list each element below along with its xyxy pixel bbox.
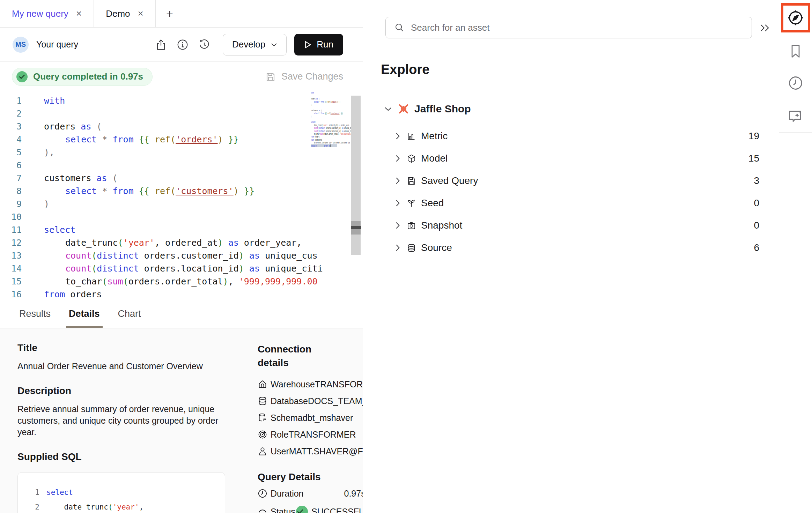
tree-count: 6 (754, 242, 759, 253)
connection-item-user: UserMATT.SHAVER@FI (258, 443, 363, 460)
asset-search-box[interactable] (385, 17, 752, 38)
status-row: Status SUCCESSFUL (258, 503, 363, 513)
search-input[interactable] (411, 22, 718, 33)
user-icon (258, 446, 267, 456)
tree-label: Source (421, 242, 452, 253)
connection-list: WarehouseTRANSFORMERDatabaseDOCS_TEAM_Sc… (258, 376, 363, 460)
chevron-right-icon[interactable] (395, 177, 400, 185)
supplied-sql-heading: Supplied SQL (17, 451, 234, 462)
query-status-pill: Query completed in 0.97s (12, 68, 153, 86)
results-tab-details[interactable]: Details (66, 301, 103, 328)
explore-panel: Explore Jaffle Shop Metric19Model15Saved… (363, 0, 779, 513)
code-line: 14count(distinct orders.location_id) as … (0, 262, 363, 275)
chevrons-right-icon (759, 23, 771, 33)
tab-label: Demo (106, 8, 130, 19)
chevron-right-icon[interactable] (395, 244, 400, 252)
schema-icon (258, 413, 267, 423)
chevron-right-icon[interactable] (395, 132, 400, 140)
title-heading: Title (17, 342, 234, 354)
compass-icon (787, 9, 805, 27)
connection-item-role: RoleTRANSFORMER (258, 426, 363, 443)
code-line: 11select (0, 223, 363, 236)
pane-resize-handle[interactable] (351, 226, 361, 229)
rail-item-assistant[interactable] (779, 100, 812, 133)
editor-scrollbar[interactable] (351, 96, 361, 255)
share-icon (156, 39, 166, 50)
asset-tree: Jaffle Shop Metric19Model15Saved Query3S… (363, 101, 779, 259)
share-button[interactable] (155, 39, 167, 51)
code-line: 10 (0, 210, 363, 223)
code-line: 12date_trunc('year', ordered_at) as orde… (0, 236, 363, 249)
code-line: 3orders as ( (0, 120, 363, 133)
history-button[interactable] (198, 39, 210, 51)
status-message: Query completed in 0.97s (33, 71, 143, 82)
explore-heading: Explore (381, 62, 429, 77)
seed-icon (407, 199, 416, 208)
chevron-right-icon[interactable] (395, 155, 400, 162)
description-heading: Description (17, 385, 234, 396)
bookmark-icon (789, 44, 803, 59)
chevron-right-icon[interactable] (395, 222, 400, 229)
chevron-down-icon (384, 106, 392, 112)
code-line: 9) (0, 198, 363, 210)
close-tab-icon[interactable]: × (138, 9, 143, 18)
tree-row-seed[interactable]: Seed0 (363, 192, 779, 214)
run-button[interactable]: Run (294, 34, 343, 55)
tree-row-metric[interactable]: Metric19 (363, 125, 779, 147)
success-check-icon (16, 71, 28, 82)
develop-dropdown[interactable]: Develop (223, 34, 287, 55)
supplied-sql-box: 1select2 date_trunc('year',ordered_at) a… (17, 472, 225, 513)
close-tab-icon[interactable]: × (76, 9, 82, 18)
tree-row-model[interactable]: Model15 (363, 147, 779, 170)
info-icon (177, 39, 188, 50)
tree-project-jaffle-shop[interactable]: Jaffle Shop (363, 101, 779, 117)
info-button[interactable] (177, 39, 189, 51)
duration-value: 0.97s (344, 489, 363, 499)
tree-children: Metric19Model15Saved Query3Seed0Snapshot… (363, 125, 779, 259)
tree-count: 15 (748, 153, 759, 164)
results-tabbar: ResultsDetailsChart (0, 301, 363, 328)
connection-value: dbt_mshaver (303, 413, 353, 423)
save-changes-button[interactable]: Save Changes (265, 71, 343, 82)
model-icon (407, 154, 416, 163)
new-tab-button[interactable]: + (156, 0, 184, 27)
tree-row-snapshot[interactable]: Snapshot0 (363, 214, 779, 237)
duration-row: Duration 0.97s (258, 485, 363, 502)
tab-my-new-query[interactable]: My new query × (0, 0, 94, 27)
connection-value: TRANSFORMER (288, 430, 356, 440)
title-value: Annual Order Revenue and Customer Overvi… (17, 360, 234, 372)
snapshot-icon (407, 221, 416, 230)
warehouse-icon (258, 379, 267, 389)
tree-count: 19 (748, 131, 759, 142)
query-statusbar: Query completed in 0.97s Save Changes (0, 62, 363, 90)
rail-item-bookmarks[interactable] (779, 36, 812, 66)
chat-sparkle-icon (788, 109, 804, 124)
chevron-down-icon (271, 43, 277, 47)
rail-item-explore[interactable] (779, 0, 812, 36)
results-tab-results[interactable]: Results (16, 301, 53, 328)
connection-label: Database (271, 396, 308, 406)
tree-count: 0 (754, 198, 759, 209)
editor-minimap[interactable]: with orders as ( select * from {{ ref('o… (311, 91, 351, 248)
query-editor-panel: My new query × Demo × + MS Your query (0, 0, 363, 513)
tree-row-source[interactable]: Source6 (363, 237, 779, 259)
metric-icon (407, 132, 416, 141)
rail-item-history[interactable] (779, 66, 812, 100)
details-side-column: Connection details WarehouseTRANSFORMERD… (258, 342, 363, 513)
tree-row-saved-query[interactable]: Saved Query3 (363, 170, 779, 192)
collapse-panel-button[interactable] (757, 21, 773, 35)
chevron-right-icon[interactable] (395, 199, 400, 207)
sql-code-editor[interactable]: 1with23orders as (4select * from {{ ref(… (0, 90, 363, 301)
play-icon (304, 40, 312, 49)
status-circle-icon (258, 507, 267, 513)
duration-clock-icon (258, 489, 267, 498)
tree-label: Metric (421, 131, 448, 142)
tree-label: Saved Query (421, 175, 478, 186)
results-tab-chart[interactable]: Chart (115, 301, 144, 328)
code-line: 8select * from {{ ref('customers') }} (0, 185, 363, 198)
query-title: Your query (36, 39, 78, 50)
active-selection-box (781, 3, 810, 32)
code-line: 5), (0, 146, 363, 159)
tab-demo[interactable]: Demo × (94, 0, 156, 27)
tree-label: Snapshot (421, 220, 462, 231)
